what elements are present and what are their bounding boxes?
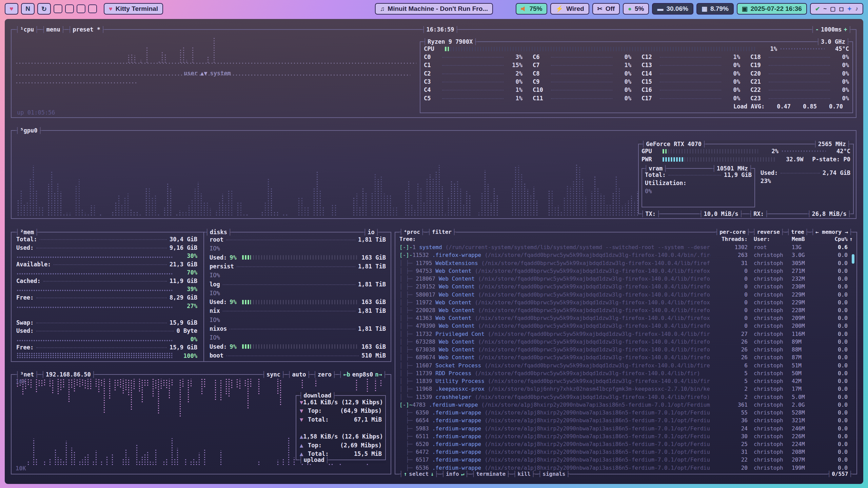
process-row[interactable]: │ ├─ 94753Web Content(/nix/store/fqadd0b… [399,267,854,275]
mem-title[interactable]: ┤²mem├ [16,228,38,236]
option-per-core[interactable]: ┤per-core├ [715,228,750,236]
disks-title[interactable]: ┤disks├ [205,228,232,236]
process-row[interactable]: │ ├─ 479390Web Content(/nix/store/fqadd0… [399,322,854,330]
io-mode-button[interactable]: ┤io├ [363,228,379,236]
net-sync-button[interactable]: ┤sync├ [262,371,285,378]
process-row[interactable]: [-]-1systemd(/run/current-system/systemd… [399,243,854,251]
process-row[interactable]: ├─ 6517.ferdium-wrappe(/nix/store/a1pj8h… [399,456,854,464]
process-panel-border-bottom: ┤↑select↓├ ┤info↵├ ┤terminate├ ┤kill├ ┤s… [395,470,857,478]
process-row[interactable]: │ ├─ 219152Web Content(/nix/store/fqadd0… [399,283,854,290]
terminate-button[interactable]: ┤terminate├ [472,470,510,478]
disk-used-value: 163 GiB [361,299,386,305]
process-row[interactable]: ├─ 5983.ferdium-wrappe(/nix/store/a1pj8h… [399,424,854,432]
process-row[interactable]: │ ├─ 580017Web Content(/nix/store/fqadd0… [399,290,854,298]
tray-icon-3[interactable]: ▢ [830,5,835,13]
memory-stat-value: 15,9 GiB [170,319,197,326]
process-row[interactable]: │ ├─ 673038Web Content(/nix/store/fqadd0… [399,346,854,353]
disk-usage-pill[interactable]: ▦8.79% [696,3,734,15]
update-interval-control[interactable]: ┤-1000ms+├ [811,26,852,33]
process-row[interactable]: [-]-11532.firefox-wrappe(/nix/store/fqad… [399,251,854,259]
select-buttons[interactable]: ┤↑select↓├ [399,470,438,478]
memory-stat-row: Total:30,4 GiB [16,235,197,244]
process-row[interactable]: [-]~4783.ferdium-wrappe(/nix/store/a1pj8… [399,401,854,409]
memory-panel: ┤²mem├ ┤disks├ ┤io├ Total:30,4 GiBUsed:9… [11,228,391,365]
process-memory: 230M [792,283,824,290]
process-row[interactable]: ├─ 6350.ferdium-wrappe(/nix/store/a1pj8h… [399,409,854,416]
process-cmd: (/nix/store/fqadd0bprwc5yw5k99xajbdqd1dz… [478,291,710,298]
speaker-icon [521,6,526,12]
workspace-button-1[interactable]: ♥ [5,3,18,15]
process-row[interactable]: │ ├─ 11739RDD Process(/nix/store/fqadd0b… [399,369,854,377]
sort-column-selector[interactable]: ┤← memory →├ [811,228,852,236]
process-row[interactable]: ├─ 6511.ferdium-wrappe(/nix/store/a1pj8h… [399,432,854,440]
option-reverse[interactable]: ┤reverse├ [753,228,784,236]
process-row[interactable]: │ ├─ 218067Web Content(/nix/store/fqadd0… [399,275,854,283]
dotted-leader [40,237,167,240]
interval-increase-button[interactable]: + [843,26,848,33]
media-player-button[interactable]: ♫ Minuit Machine - Don't Run Fro... [375,3,493,15]
process-row[interactable]: │ ├─ 11968.keepassxc-prox(/nix/store/bsl… [399,385,854,393]
workspace-button-4[interactable] [54,4,62,13]
system-tray[interactable]: ✔~▢◻✦♪ [810,3,863,15]
option-tree[interactable]: ┤tree├ [787,228,809,236]
disk-io-label: IO% [210,334,220,341]
process-row[interactable]: ├─ 6520.ferdium-wrappe(/nix/store/a1pj8h… [399,440,854,448]
net-interface-switch[interactable]: ┤←benp8s0n→├ [339,371,387,378]
interval-decrease-button[interactable]: - [814,26,820,33]
process-row[interactable]: │ ├─ 41363Web Content(/nix/store/fqadd0b… [399,314,854,322]
process-row[interactable]: │ ├─ 11972Web Content(/nix/store/fqadd0b… [399,299,854,306]
workspace-button-2[interactable]: N [21,3,35,15]
workspace-button-6[interactable] [77,4,85,13]
cpu-title[interactable]: ┤¹cpu├ [16,26,38,33]
net-title[interactable]: ┤³net├ [16,371,38,378]
process-row[interactable]: │ ├─ 11607Socket Process(/nix/store/fqad… [399,362,854,369]
proc-title[interactable]: ┤⁴proc├ [399,228,424,236]
preset-button[interactable]: ┤preset *├ [68,26,105,33]
gpu-title[interactable]: ┤⁵gpu0├ [16,127,42,134]
process-row[interactable]: │ ├─ 673288Web Content(/nix/store/fqadd0… [399,338,854,346]
signals-button[interactable]: ┤signals├ [538,470,570,478]
process-row[interactable]: │ ├─ 11732Privileged Cont(/nix/store/fqa… [399,330,854,338]
tray-icon-6[interactable]: ♪ [855,5,859,12]
datetime-pill[interactable]: ▣2025-07-22 16:36 [737,3,807,15]
tray-icon-1[interactable]: ✔ [815,5,820,13]
process-scrollbar[interactable] [852,254,854,264]
filter-button[interactable]: ┤filter├ [428,228,456,236]
process-row[interactable]: │ ├─ 689674Web Content(/nix/store/fqadd0… [399,353,854,361]
process-row[interactable]: ├─ 6472.ferdium-wrappe(/nix/store/a1pj8h… [399,448,854,456]
process-row[interactable]: │ ├─ 220028Web Content(/nix/store/fqadd0… [399,306,854,314]
workspace-button-3[interactable]: ↻ [37,3,51,15]
scroll-up-arrow[interactable]: ↑ [848,236,854,242]
kill-button[interactable]: ┤kill├ [513,470,535,478]
volume-pill[interactable]: 75% [516,3,547,15]
cpu-load-pill[interactable]: ●5% [623,3,649,15]
tray-icon-5[interactable]: ✦ [847,5,852,13]
core-graph [660,87,721,90]
process-row[interactable]: │ ├─ 11795WebExtensions(/nix/store/fqadd… [399,259,854,267]
process-pid: 218067 [416,276,435,282]
network-pill[interactable]: ⚡Wired [550,3,589,15]
workspace-button-5[interactable] [65,4,74,13]
process-row[interactable]: ├─ 6654.ferdium-wrappe(/nix/store/a1pj8h… [399,416,854,424]
toggle-off-pill[interactable]: ✂Off [592,3,620,15]
net-auto-button[interactable]: ┤auto├ [288,371,310,378]
tray-icon-2[interactable]: ~ [823,5,827,12]
process-pid: 220028 [416,307,435,313]
workspace-icon: N [25,5,30,13]
core-name: C9 [533,78,548,85]
info-button[interactable]: ┤info↵├ [441,470,468,478]
memory-usage-pill[interactable]: ▬30.06% [652,3,693,15]
core-percent: 1% [724,54,740,60]
process-row[interactable]: │ └─ 11539crashhelper(/nix/store/fqadd0b… [399,393,854,401]
dotted-leader [226,237,355,240]
net-zero-button[interactable]: ┤zero├ [313,371,336,378]
tray-icon-4[interactable]: ◻ [839,5,844,13]
memory-usage-icon: ▬ [657,5,663,13]
window-button-kitty[interactable]: ♥ Kitty Terminal [104,3,163,15]
core-graph [660,63,721,66]
menu-button[interactable]: ┤menu├ [42,26,64,33]
workspace-button-7[interactable] [88,4,97,13]
memory-stat-percent: 30% [175,252,197,259]
process-row[interactable]: │ ├─ 11839Utility Process(/nix/store/fqa… [399,377,854,385]
process-cmd: (/nix/store/a1pj8hxirp2y2090nbwa7api3asi… [485,441,710,447]
